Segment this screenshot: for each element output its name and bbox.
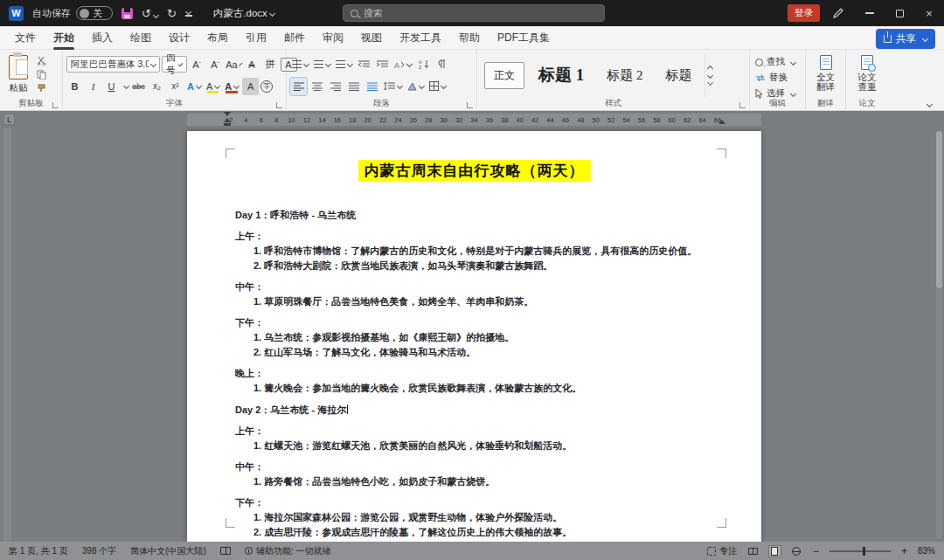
menu-tab[interactable]: 开发工具 [392, 26, 449, 50]
document-page[interactable]: 内蒙古周末自由行攻略（两天） Day 1：呼和浩特 - 乌兰布统 上午： 1. … [187, 131, 761, 542]
document-name[interactable]: 内蒙古.docx [213, 7, 274, 20]
share-button[interactable]: 共享 [876, 29, 935, 49]
indent-markers[interactable] [224, 112, 231, 126]
style-option[interactable]: 标题 [657, 62, 701, 89]
save-icon[interactable] [121, 8, 133, 19]
zoom-out-button[interactable]: − [813, 545, 819, 557]
zoom-level[interactable]: 83% [918, 546, 935, 556]
menu-tab[interactable]: 视图 [353, 26, 390, 50]
search-input[interactable] [364, 8, 573, 18]
align-left-button[interactable] [290, 78, 307, 95]
styles-scroll-down-icon[interactable] [706, 72, 712, 78]
menu-tab[interactable]: 审阅 [315, 26, 351, 50]
font-color-button[interactable]: A [223, 78, 240, 95]
collapse-ribbon-icon[interactable] [927, 101, 933, 107]
page-indicator[interactable]: 第 1 页, 共 1 页 [9, 545, 68, 557]
menu-tab[interactable]: 开始 [45, 26, 82, 50]
change-case-button[interactable]: Aa [226, 56, 242, 73]
redo-button[interactable]: ↻ [167, 7, 177, 20]
paste-button[interactable]: 粘贴 [3, 53, 33, 96]
subscript-button[interactable]: x₂ [149, 78, 165, 95]
menu-tab[interactable]: 插入 [84, 26, 121, 50]
align-center-button[interactable] [309, 78, 325, 95]
font-name-select[interactable]: 阿里巴巴普惠体 3.0 [66, 56, 160, 73]
cut-icon[interactable] [36, 55, 47, 66]
maximize-button[interactable] [885, 0, 914, 26]
enclose-characters-button[interactable]: 字 [260, 80, 273, 93]
document-body[interactable]: Day 1：呼和浩特 - 乌兰布统 上午： 1. 呼和浩特市博物馆：了解内蒙古的… [187, 181, 761, 542]
quick-access-customize-button[interactable] [185, 10, 192, 17]
shading-button[interactable] [406, 78, 426, 95]
justify-button[interactable] [345, 78, 362, 95]
styles-dialog-launcher-icon[interactable] [739, 102, 746, 108]
paragraph-dialog-launcher-icon[interactable] [467, 102, 473, 108]
autosave-toggle[interactable]: 自动保存 关 [32, 6, 113, 20]
language-indicator[interactable]: 简体中文(中国大陆) [130, 545, 206, 557]
style-option[interactable]: 标题 1 [530, 59, 593, 92]
autosave-switch[interactable]: 关 [76, 6, 113, 20]
strikethrough-button[interactable]: abc [130, 78, 147, 95]
search-box[interactable] [343, 4, 605, 22]
copy-icon[interactable] [36, 69, 47, 80]
multilevel-list-button[interactable] [334, 56, 354, 73]
full-text-translate-button[interactable]: 全文翻译 [809, 53, 842, 93]
zoom-slider-thumb[interactable] [863, 547, 865, 556]
character-shading-button[interactable]: A [242, 78, 259, 95]
accessibility-status[interactable]: 辅助功能: 一切就绪 [245, 545, 331, 557]
horizontal-ruler[interactable]: L 24681012141618202224262830323436384042… [0, 112, 944, 128]
menu-tab[interactable]: PDF工具集 [489, 26, 558, 50]
format-painter-icon[interactable] [36, 83, 47, 94]
bold-button[interactable]: B [66, 78, 83, 95]
font-dialog-launcher-icon[interactable] [276, 102, 282, 108]
asian-layout-button[interactable]: A [392, 56, 413, 73]
menu-tab[interactable]: 文件 [7, 26, 44, 50]
minimize-button[interactable] [855, 0, 885, 26]
vertical-scrollbar[interactable] [936, 131, 942, 538]
numbering-button[interactable] [312, 56, 332, 73]
show-marks-button[interactable] [434, 56, 450, 73]
undo-dropdown-icon[interactable] [153, 11, 159, 17]
highlight-color-button[interactable]: A [205, 78, 221, 95]
menu-tab[interactable]: 布局 [199, 26, 236, 50]
clipboard-dialog-launcher-icon[interactable] [52, 102, 59, 108]
left-indent-icon[interactable] [224, 123, 231, 126]
shrink-font-button[interactable]: Aˇ [207, 56, 224, 73]
font-size-select[interactable]: 四号 [162, 56, 187, 73]
clear-formatting-button[interactable]: A [244, 56, 260, 73]
read-mode-button[interactable] [747, 546, 759, 557]
tab-selector[interactable]: L [3, 114, 15, 125]
find-button[interactable]: 查找 [753, 55, 802, 69]
scrollbar-thumb[interactable] [936, 131, 942, 288]
focus-mode-button[interactable]: 专注 [707, 545, 737, 557]
word-count[interactable]: 398 个字 [82, 545, 116, 557]
increase-indent-button[interactable] [374, 56, 391, 73]
first-line-indent-icon[interactable] [224, 112, 231, 116]
paper-check-button[interactable]: 论文查重 [850, 53, 885, 93]
menu-tab[interactable]: 设计 [161, 26, 198, 50]
phonetic-guide-button[interactable]: 拼 [262, 56, 279, 73]
decrease-indent-button[interactable] [356, 56, 372, 73]
sort-button[interactable]: AZ [415, 56, 432, 73]
superscript-button[interactable]: x² [167, 78, 184, 95]
borders-button[interactable] [427, 78, 448, 95]
replace-button[interactable]: 替换 [753, 71, 802, 85]
login-button[interactable]: 登录 [788, 4, 820, 22]
line-spacing-button[interactable] [382, 78, 404, 95]
web-layout-button[interactable] [791, 546, 802, 557]
style-option[interactable]: 标题 2 [598, 62, 651, 89]
zoom-in-button[interactable]: + [901, 545, 907, 557]
italic-button[interactable]: I [85, 78, 101, 95]
text-effects-button[interactable]: A [185, 78, 203, 95]
print-layout-button[interactable] [769, 546, 781, 557]
pen-icon[interactable] [832, 7, 844, 19]
undo-button[interactable]: ↺ [142, 7, 158, 20]
menu-tab[interactable]: 绘图 [122, 26, 159, 50]
right-indent-icon[interactable] [718, 120, 725, 124]
distribute-button[interactable] [364, 78, 380, 95]
menu-tab[interactable]: 帮助 [451, 26, 488, 50]
menu-tab[interactable]: 邮件 [276, 26, 313, 50]
styles-scroll-up-icon[interactable] [706, 65, 712, 71]
menu-tab[interactable]: 引用 [238, 26, 274, 50]
styles-gallery-expand-icon[interactable] [706, 79, 712, 85]
proofing-status-icon[interactable] [220, 547, 231, 555]
